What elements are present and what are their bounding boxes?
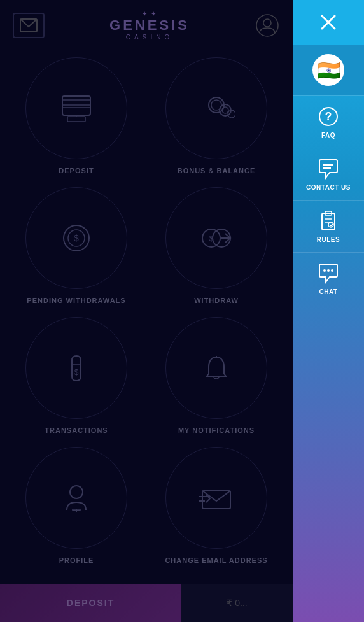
svg-rect-4	[62, 100, 90, 105]
grid-item-transactions[interactable]: $ TRANSACTIONS	[13, 317, 140, 434]
profile-button[interactable]	[25, 447, 127, 549]
chat-dots-icon	[317, 262, 340, 285]
svg-point-43	[331, 269, 333, 272]
email-label: CHANGE EMAIL ADDRESS	[165, 556, 267, 564]
bonus-label: BONUS & BALANCE	[178, 167, 256, 174]
avatar-icon[interactable]	[255, 13, 280, 38]
grid-item-notifications[interactable]: MY NOTIFICATIONS	[153, 317, 280, 434]
grid-item-email[interactable]: CHANGE EMAIL ADDRESS	[153, 447, 280, 564]
svg-rect-6	[67, 117, 85, 122]
sidebar-item-rules[interactable]: RULES	[293, 200, 364, 252]
grid-item-pending[interactable]: $ PENDING WITHDRAWALS	[13, 187, 140, 304]
question-icon: ?	[317, 105, 340, 128]
notifications-label: MY NOTIFICATIONS	[178, 427, 255, 434]
grid-item-bonus[interactable]: BONUS & BALANCE	[153, 57, 280, 174]
pending-label: PENDING WITHDRAWALS	[27, 297, 125, 304]
balance-value: ₹ 0...	[227, 598, 247, 608]
transactions-label: TRANSACTIONS	[45, 427, 108, 434]
close-button[interactable]	[293, 0, 364, 45]
transactions-button[interactable]: $	[25, 317, 127, 419]
header: ✦ ✦ GENESIS CASINO	[0, 0, 293, 51]
svg-text:$: $	[209, 234, 214, 243]
logo: ✦ ✦ GENESIS CASINO	[109, 10, 190, 41]
chat-bubble-icon	[317, 157, 340, 180]
deposit-label: DEPOSIT	[59, 167, 94, 174]
svg-point-2	[263, 19, 271, 27]
sidebar-item-chat[interactable]: CHAT	[293, 252, 364, 304]
svg-point-41	[323, 269, 326, 272]
email-button[interactable]	[165, 447, 267, 549]
sidebar: 🇮🇳 ? FAQ CONTACT US	[293, 0, 364, 622]
pending-button[interactable]: $	[25, 187, 127, 289]
bottom-deposit-label: DEPOSIT	[67, 598, 115, 608]
bottom-bar: DEPOSIT ₹ 0...	[0, 584, 293, 622]
contact-label: CONTACT US	[306, 184, 351, 191]
bonus-button[interactable]	[165, 57, 267, 159]
flag-container[interactable]: 🇮🇳	[293, 45, 364, 95]
withdraw-button[interactable]: $	[165, 187, 267, 289]
rules-label: RULES	[317, 236, 340, 243]
svg-rect-36	[322, 213, 335, 230]
notifications-button[interactable]	[165, 317, 267, 419]
svg-point-11	[222, 107, 228, 113]
faq-label: FAQ	[321, 132, 335, 139]
grid-item-profile[interactable]: PROFILE	[13, 447, 140, 564]
grid-item-withdraw[interactable]: $ WITHDRAW	[153, 187, 280, 304]
main-area: ✦ ✦ GENESIS CASINO	[0, 0, 293, 622]
sidebar-item-contact[interactable]: CONTACT US	[293, 148, 364, 200]
bottom-deposit-button[interactable]: DEPOSIT	[0, 584, 181, 622]
chat-label: CHAT	[319, 288, 337, 295]
mail-icon[interactable]	[13, 13, 45, 38]
svg-point-42	[327, 269, 330, 272]
svg-point-23	[70, 486, 83, 498]
grid-item-deposit[interactable]: DEPOSIT	[13, 57, 140, 174]
menu-grid: DEPOSIT BONUS & BALANCE $	[0, 51, 293, 570]
sidebar-item-faq[interactable]: ? FAQ	[293, 95, 364, 148]
logo-text: GENESIS	[109, 17, 190, 34]
india-flag: 🇮🇳	[312, 54, 344, 86]
svg-text:$: $	[74, 233, 79, 243]
logo-stars: ✦ ✦	[109, 10, 190, 17]
deposit-button[interactable]	[25, 57, 127, 159]
withdraw-label: WITHDRAW	[194, 297, 239, 304]
bottom-balance: ₹ 0...	[181, 584, 293, 622]
logo-sub: CASINO	[109, 34, 190, 41]
svg-rect-3	[62, 96, 90, 115]
svg-text:$: $	[74, 368, 78, 377]
svg-text:?: ?	[325, 110, 332, 123]
clipboard-icon	[317, 209, 340, 232]
profile-label: PROFILE	[59, 556, 94, 564]
